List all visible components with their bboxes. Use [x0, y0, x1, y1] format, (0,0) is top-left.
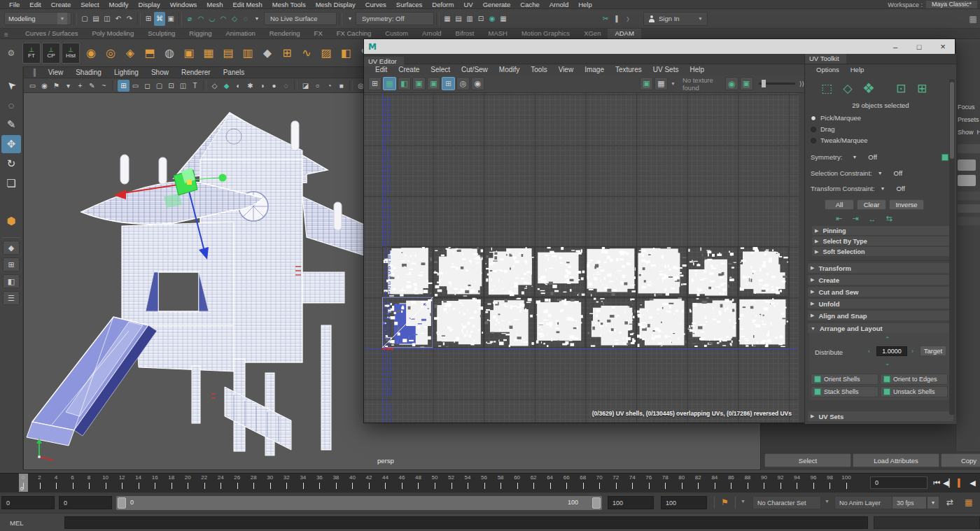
- grow-u-icon[interactable]: ⇥: [852, 214, 858, 223]
- uv-grid-icon[interactable]: ▣: [412, 77, 426, 90]
- uv-layout-grid-icon[interactable]: ⊞: [913, 79, 931, 97]
- animation-prefs-icon[interactable]: ▦: [965, 497, 972, 507]
- shelf-tab-adam[interactable]: ADAM: [608, 29, 640, 38]
- occlusion-icon[interactable]: ●: [268, 80, 280, 92]
- render-current-icon[interactable]: ▤: [453, 12, 464, 26]
- undo-icon[interactable]: ↶: [113, 12, 124, 26]
- ramp-swatch[interactable]: [958, 160, 976, 171]
- highlight-icon[interactable]: ✂: [600, 12, 611, 26]
- gear-icon[interactable]: ⚙: [4, 46, 18, 60]
- menu-mesh[interactable]: Mesh: [202, 1, 227, 8]
- scale-tool-icon[interactable]: ❏: [1, 174, 21, 192]
- chevron-down-icon[interactable]: ▼: [852, 155, 857, 160]
- new-scene-icon[interactable]: ▢: [79, 12, 90, 26]
- move-tool-icon[interactable]: ✥: [1, 135, 21, 153]
- menu-edit[interactable]: Edit: [24, 1, 46, 8]
- textured-icon[interactable]: ◐: [232, 80, 244, 92]
- presets-button[interactable]: Presets: [958, 116, 979, 123]
- uv-border-icon[interactable]: ⊡: [892, 79, 910, 97]
- camera-bookmark-icon[interactable]: ⚑: [50, 80, 62, 92]
- hypershade-icon[interactable]: ◉: [486, 12, 498, 26]
- all-button[interactable]: All: [825, 199, 854, 210]
- wireframe-icon[interactable]: ◇: [209, 80, 220, 92]
- select-component-icon[interactable]: ▣: [165, 12, 176, 26]
- section-pinning[interactable]: ▶Pinning: [812, 226, 952, 235]
- spread-icon[interactable]: ↔: [868, 215, 876, 223]
- radio-pick-marquee[interactable]: Pick/Marquee: [811, 113, 956, 122]
- shelf-menu-icon[interactable]: ≡: [4, 31, 8, 38]
- shelf-grid-icon[interactable]: ▦: [200, 44, 218, 62]
- section-align-and-snap[interactable]: ▶Align and Snap: [808, 311, 953, 320]
- resolution-gate-icon[interactable]: ◻: [141, 80, 153, 92]
- ipr-render-icon[interactable]: ▥: [464, 12, 475, 26]
- playback-loop-icon[interactable]: ⇄: [946, 497, 953, 507]
- uv-menu-select[interactable]: Select: [425, 66, 456, 73]
- shelf-tab-fx[interactable]: FX: [307, 29, 330, 38]
- joints-icon[interactable]: ○: [312, 80, 323, 92]
- panel-menu-renderer[interactable]: Renderer: [175, 69, 217, 76]
- select-button[interactable]: Select: [764, 453, 851, 467]
- orient-shells-button[interactable]: Orient Shells: [811, 374, 878, 385]
- film-gate-icon[interactable]: ▭: [130, 80, 141, 92]
- current-time-marker-icon[interactable]: ▍: [955, 476, 967, 490]
- set-key-icon[interactable]: ⚑: [721, 497, 729, 507]
- selection-constraint-value[interactable]: Off: [894, 169, 903, 177]
- layout-split-icon[interactable]: ◧: [3, 274, 20, 288]
- range-slider[interactable]: 0 100: [116, 496, 602, 510]
- texture-sphere-icon[interactable]: ◉: [725, 77, 738, 90]
- character-set-dropdown[interactable]: No Character Set: [752, 496, 821, 509]
- distribute-up-icon[interactable]: ⌃: [885, 336, 890, 343]
- shelf-squares-icon[interactable]: ⊞: [278, 44, 296, 62]
- uv-dim-icon[interactable]: ◎: [456, 77, 470, 90]
- shelf-disc2-icon[interactable]: ◎: [102, 44, 120, 62]
- menu-set-dropdown[interactable]: Modeling ▼: [4, 12, 71, 25]
- panel-menu-shading[interactable]: Shading: [69, 69, 108, 76]
- unstack-shells-button[interactable]: Unstack Shells: [880, 386, 948, 397]
- step-back-frame-icon[interactable]: ◀▏: [943, 476, 955, 490]
- shelf-diamonds-icon[interactable]: ◈: [121, 44, 139, 62]
- toolkit-menu-help[interactable]: Help: [845, 66, 870, 73]
- make-live-icon[interactable]: ◇: [229, 12, 240, 26]
- snap-point-icon[interactable]: ◡: [206, 12, 218, 26]
- shelf-tab-arnold[interactable]: Arnold: [415, 29, 448, 38]
- layout-single-icon[interactable]: ◆: [3, 241, 20, 255]
- shelf-tab-curves-surfaces[interactable]: Curves / Surfaces: [18, 29, 85, 38]
- gate-mask-icon[interactable]: ▢: [153, 80, 165, 92]
- menu-uv[interactable]: UV: [458, 1, 477, 8]
- texture-dim-slider[interactable]: [759, 83, 795, 85]
- play-backwards-icon[interactable]: ◀: [967, 476, 979, 490]
- shelf-tab-custom[interactable]: Custom: [378, 29, 415, 38]
- inverse-button[interactable]: Inverse: [889, 199, 924, 210]
- paint-select-tool-icon[interactable]: ✎: [1, 115, 21, 134]
- menu-display[interactable]: Display: [134, 1, 165, 8]
- fps-dropdown[interactable]: 30 fps: [892, 496, 927, 509]
- time-slider[interactable]: 0 02468101214161820222426283032343638404…: [0, 473, 980, 492]
- bookmark-icon[interactable]: ▾: [62, 80, 74, 92]
- motion-blur-icon[interactable]: ◌: [280, 80, 292, 92]
- panel-menu-lighting[interactable]: Lighting: [108, 69, 145, 76]
- panel-drag-handle[interactable]: ▍: [34, 69, 39, 76]
- uv-select-icon[interactable]: ⬚: [818, 79, 836, 97]
- playback-start-field[interactable]: 0: [59, 496, 112, 509]
- layout-four-icon[interactable]: ⊞: [3, 257, 20, 271]
- target-button[interactable]: Target: [920, 346, 946, 356]
- toolkit-scrollbar[interactable]: [949, 79, 955, 415]
- shelf-tab-rigging[interactable]: Rigging: [182, 29, 218, 38]
- shelf-tab-motion-graphics[interactable]: Motion Graphics: [514, 29, 577, 38]
- command-language-toggle[interactable]: MEL: [10, 519, 24, 527]
- animation-start-field[interactable]: 0: [1, 496, 55, 509]
- menu-windows[interactable]: Windows: [165, 1, 202, 8]
- shelf-tab-mash[interactable]: MASH: [482, 29, 514, 38]
- command-input[interactable]: [64, 516, 868, 529]
- section-select-by-type[interactable]: ▶Select By Type: [812, 236, 952, 246]
- gather-icon[interactable]: ⇆: [886, 214, 892, 223]
- safe-action-icon[interactable]: ◫: [177, 80, 189, 92]
- safe-title-icon[interactable]: T: [189, 80, 201, 92]
- symmetry-grid-icon[interactable]: [941, 154, 948, 161]
- shelf-grid4-icon[interactable]: ▨: [317, 44, 335, 62]
- shelf-curve-icon[interactable]: ∿: [298, 44, 316, 62]
- go-to-start-icon[interactable]: ⏮: [931, 476, 943, 490]
- show-hide-button[interactable]: Show H: [958, 129, 980, 136]
- distribute-right-icon[interactable]: ›: [911, 348, 913, 355]
- lasso-tool-icon[interactable]: ◌: [1, 96, 21, 114]
